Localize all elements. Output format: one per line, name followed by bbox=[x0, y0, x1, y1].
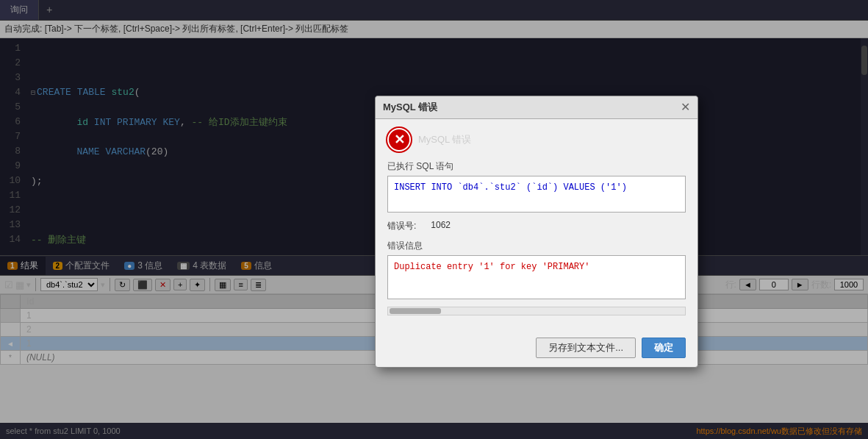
modal-sql-label: 已执行 SQL 语句 bbox=[387, 160, 686, 173]
modal-header-row: ✕ MySQL 错误 bbox=[387, 128, 686, 151]
modal-titlebar: MySQL 错误 ✕ bbox=[376, 96, 697, 119]
modal-scrollbar-thumb bbox=[390, 308, 441, 314]
modal-error-info-box: Duplicate entry '1' for key 'PRIMARY' bbox=[387, 255, 686, 299]
modal-header-label: MySQL 错误 bbox=[418, 133, 471, 146]
modal-body: ✕ MySQL 错误 已执行 SQL 语句 INSERT INTO `db4`.… bbox=[376, 119, 697, 332]
error-icon: ✕ bbox=[387, 128, 411, 151]
error-no-label: 错误号: bbox=[387, 220, 416, 232]
modal-error-info-label: 错误信息 bbox=[387, 240, 686, 252]
modal-title: MySQL 错误 bbox=[383, 101, 437, 114]
save-to-file-button[interactable]: 另存到文本文件... bbox=[536, 338, 636, 358]
modal-sql-box: INSERT INTO `db4`.`stu2` (`id`) VALUES (… bbox=[387, 176, 686, 213]
modal-footer: 另存到文本文件... 确定 bbox=[376, 332, 697, 367]
modal-close-button[interactable]: ✕ bbox=[681, 101, 690, 113]
modal-error-row: 错误号: 1062 bbox=[387, 220, 686, 232]
error-modal: MySQL 错误 ✕ ✕ MySQL 错误 已执行 SQL 语句 INSERT … bbox=[375, 96, 698, 368]
modal-scrollbar[interactable] bbox=[387, 307, 686, 315]
error-no-value: 1062 bbox=[431, 220, 451, 232]
ok-button[interactable]: 确定 bbox=[642, 338, 686, 358]
modal-overlay: MySQL 错误 ✕ ✕ MySQL 错误 已执行 SQL 语句 INSERT … bbox=[0, 0, 868, 439]
